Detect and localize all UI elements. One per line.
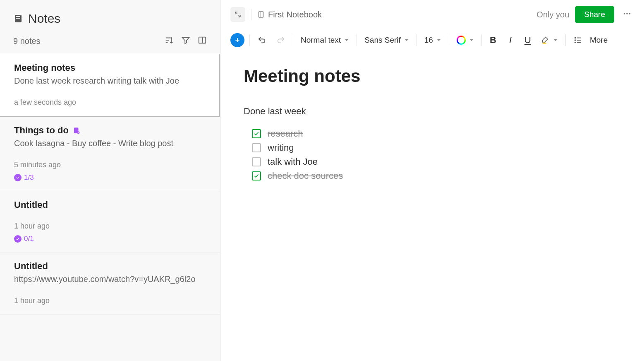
highlight-dropdown[interactable] [539, 34, 560, 46]
checkbox[interactable] [252, 157, 261, 166]
checklist-text[interactable]: talk with Joe [268, 156, 318, 167]
svg-point-9 [624, 13, 625, 14]
divider [251, 9, 251, 20]
bullet-list-button[interactable] [571, 33, 585, 47]
divider [293, 34, 293, 46]
note-list[interactable]: Meeting notesDone last week research wri… [0, 54, 220, 361]
color-ring-icon [457, 36, 466, 45]
insert-button[interactable] [230, 33, 244, 47]
notebook-breadcrumb[interactable]: First Notebook [257, 10, 322, 19]
undo-button[interactable] [255, 33, 269, 47]
visibility-label[interactable]: Only you [536, 10, 569, 19]
checklist-item[interactable]: writing [252, 142, 621, 153]
task-progress-badge: 0/1 [14, 235, 34, 243]
document-title[interactable]: Meeting notes [244, 66, 621, 86]
divider [481, 34, 482, 46]
divider [357, 34, 357, 46]
notes-sidebar: Notes 9 notes Meeting notesDone last wee… [0, 0, 220, 361]
note-preview: Done last week research writing talk wit… [14, 75, 205, 87]
svg-rect-7 [259, 12, 263, 17]
checklist-text[interactable]: writing [268, 142, 294, 153]
filter-icon[interactable] [181, 36, 190, 46]
editor-pane: First Notebook Only you Share Normal tex… [220, 0, 644, 361]
view-toggle-icon[interactable] [198, 36, 207, 46]
expand-button[interactable] [230, 7, 245, 22]
note-title: Things to do [14, 125, 69, 136]
note-item[interactable]: Things to doCook lasagna - Buy coffee - … [0, 117, 220, 191]
svg-point-17 [575, 40, 576, 41]
divider [417, 34, 417, 46]
note-editor[interactable]: Meeting notes Done last week researchwri… [220, 54, 644, 197]
divider [249, 34, 250, 46]
note-item[interactable]: Untitledhttps://www.youtube.com/watch?v=… [0, 253, 220, 315]
share-button[interactable]: Share [575, 6, 614, 23]
checklist-text[interactable]: check doc sources [268, 171, 343, 181]
note-item[interactable]: Meeting notesDone last week research wri… [0, 54, 220, 117]
redo-button[interactable] [274, 33, 288, 47]
checklist-item[interactable]: check doc sources [252, 171, 621, 181]
text-color-dropdown[interactable] [454, 34, 476, 46]
topbar: First Notebook Only you Share [220, 0, 644, 29]
highlighter-icon [541, 36, 550, 44]
task-note-icon [73, 127, 80, 134]
more-formatting-dropdown[interactable]: More [590, 36, 610, 45]
svg-rect-2 [16, 18, 20, 19]
formatting-toolbar: Normal text Sans Serif 16 B I U More [220, 29, 644, 54]
checklist-item[interactable]: talk with Joe [252, 156, 621, 167]
note-timestamp: 5 minutes ago [14, 161, 206, 169]
svg-point-10 [626, 13, 628, 14]
svg-rect-1 [16, 16, 20, 17]
sort-icon[interactable] [165, 36, 174, 46]
note-timestamp: 1 hour ago [14, 222, 206, 231]
note-preview: Cook lasagna - Buy coffee - Write blog p… [14, 137, 206, 149]
font-family-dropdown[interactable]: Sans Serif [362, 34, 412, 46]
notes-count: 9 notes [13, 36, 41, 46]
checklist-text[interactable]: research [268, 128, 303, 139]
bold-button[interactable]: B [487, 35, 499, 46]
checklist-item[interactable]: research [252, 128, 621, 139]
sidebar-header: Notes [0, 0, 220, 31]
sidebar-subheader: 9 notes [0, 31, 220, 54]
svg-point-19 [575, 42, 576, 43]
checklist[interactable]: researchwritingtalk with Joecheck doc so… [244, 128, 621, 181]
note-timestamp: a few seconds ago [14, 98, 205, 107]
text-style-dropdown[interactable]: Normal text [298, 34, 352, 46]
note-title: Meeting notes [14, 63, 75, 73]
note-timestamp: 1 hour ago [14, 296, 206, 305]
checkbox[interactable] [252, 143, 261, 152]
font-size-dropdown[interactable]: 16 [422, 34, 444, 46]
note-title: Untitled [14, 261, 48, 272]
note-preview: https://www.youtube.com/watch?v=yUAKR_g6… [14, 273, 206, 285]
sidebar-title: Notes [28, 12, 60, 26]
checkbox[interactable] [252, 129, 261, 138]
check-circle-icon [14, 235, 22, 243]
note-title: Untitled [14, 200, 48, 210]
task-progress-badge: 1/3 [14, 173, 34, 182]
svg-point-15 [575, 38, 576, 39]
svg-point-11 [629, 13, 631, 14]
underline-button[interactable]: U [522, 35, 534, 46]
notes-icon [13, 14, 23, 24]
list-controls [165, 36, 207, 46]
section-heading[interactable]: Done last week [244, 106, 621, 117]
notebook-name: First Notebook [268, 10, 322, 19]
checkbox[interactable] [252, 171, 261, 180]
note-item[interactable]: Untitled1 hour ago0/1 [0, 191, 220, 253]
divider [449, 34, 449, 46]
italic-button[interactable]: I [504, 35, 517, 46]
check-circle-icon [14, 174, 22, 181]
more-actions-button[interactable] [620, 7, 634, 22]
divider [565, 34, 566, 46]
